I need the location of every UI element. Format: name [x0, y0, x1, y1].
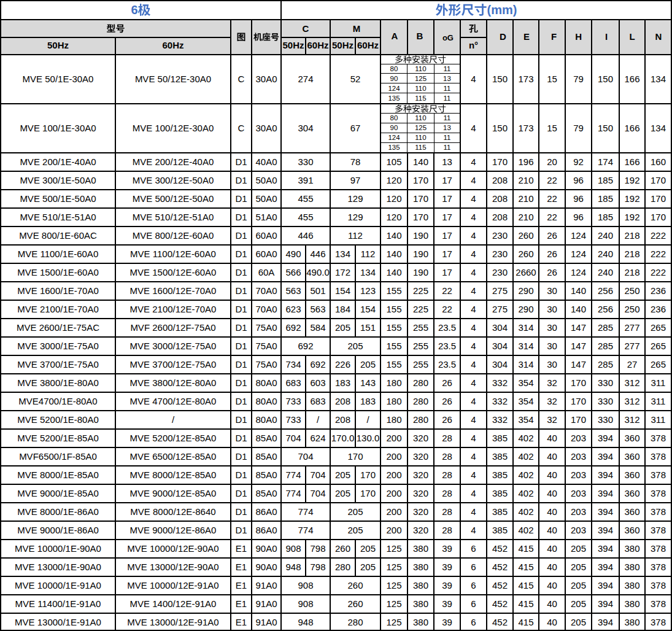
- svg-text:L: L: [629, 31, 635, 42]
- svg-text:30A0: 30A0: [255, 123, 277, 133]
- svg-text:150: 150: [598, 123, 613, 133]
- svg-text:205: 205: [347, 506, 363, 517]
- svg-text:415: 415: [518, 580, 533, 590]
- svg-text:17: 17: [442, 175, 452, 185]
- svg-text:452: 452: [492, 598, 508, 609]
- svg-text:30: 30: [547, 304, 557, 314]
- svg-text:446: 446: [310, 249, 325, 259]
- svg-text:C: C: [303, 23, 309, 34]
- svg-text:205: 205: [571, 562, 586, 572]
- svg-text:MVE 2100/1E-70A0: MVE 2100/1E-70A0: [17, 304, 99, 314]
- svg-text:60A0: 60A0: [255, 249, 277, 259]
- svg-text:D1: D1: [235, 175, 247, 185]
- svg-text:774: 774: [298, 525, 313, 535]
- svg-text:115: 115: [415, 144, 426, 151]
- svg-text:30: 30: [547, 285, 557, 296]
- svg-text:4: 4: [471, 433, 476, 443]
- svg-text:394: 394: [598, 562, 613, 572]
- svg-text:798: 798: [310, 562, 325, 572]
- svg-text:225: 225: [413, 304, 428, 314]
- svg-text:17: 17: [442, 212, 452, 222]
- svg-text:277: 277: [624, 341, 639, 351]
- svg-text:79: 79: [573, 74, 584, 84]
- svg-text:250: 250: [624, 285, 639, 296]
- svg-text:150: 150: [492, 74, 508, 84]
- svg-text:40A0: 40A0: [255, 157, 277, 167]
- svg-text:39: 39: [442, 580, 452, 590]
- svg-text:260: 260: [335, 543, 350, 554]
- svg-text:60Hz: 60Hz: [162, 40, 183, 50]
- svg-text:208: 208: [335, 414, 350, 425]
- svg-text:23.5: 23.5: [438, 341, 456, 351]
- svg-text:32: 32: [547, 414, 557, 425]
- svg-text:285: 285: [598, 359, 613, 370]
- svg-text:30: 30: [547, 359, 557, 370]
- svg-text:330: 330: [598, 396, 613, 406]
- svg-text:MVE 1500/12E-60A0: MVE 1500/12E-60A0: [130, 267, 217, 277]
- svg-text:D1: D1: [235, 157, 247, 167]
- svg-text:MVE 10000/1E-91A0: MVE 10000/1E-91A0: [15, 580, 101, 590]
- svg-text:446: 446: [298, 230, 313, 241]
- svg-text:683: 683: [310, 396, 325, 406]
- svg-text:123: 123: [360, 285, 376, 296]
- svg-text:385: 385: [492, 525, 508, 535]
- svg-text:26: 26: [442, 396, 452, 406]
- svg-text:277: 277: [624, 322, 639, 333]
- svg-text:208: 208: [492, 212, 508, 222]
- svg-text:80: 80: [390, 65, 398, 72]
- svg-text:230: 230: [492, 230, 508, 241]
- svg-text:275: 275: [492, 285, 508, 296]
- svg-text:170: 170: [651, 212, 666, 222]
- svg-text:4: 4: [471, 322, 476, 333]
- svg-text:4: 4: [471, 285, 476, 296]
- svg-text:174: 174: [598, 157, 613, 167]
- svg-text:203: 203: [571, 525, 586, 535]
- svg-text:208: 208: [492, 193, 508, 204]
- svg-text:MVE 10000/1E-90A0: MVE 10000/1E-90A0: [15, 543, 101, 554]
- svg-text:312: 312: [624, 377, 639, 388]
- svg-text:13: 13: [443, 124, 451, 131]
- svg-text:200: 200: [386, 488, 401, 498]
- svg-text:280: 280: [413, 414, 428, 425]
- svg-text:140: 140: [386, 230, 401, 241]
- svg-text:314: 314: [518, 322, 533, 333]
- svg-text:51A0: 51A0: [255, 212, 277, 222]
- svg-text:603: 603: [310, 377, 325, 388]
- svg-text:205: 205: [571, 543, 586, 554]
- svg-text:4: 4: [471, 123, 476, 133]
- svg-text:354: 354: [518, 396, 533, 406]
- svg-text:226: 226: [335, 359, 350, 370]
- svg-text:255: 255: [413, 359, 428, 370]
- svg-text:90: 90: [390, 124, 398, 131]
- svg-text:4: 4: [471, 470, 476, 480]
- svg-text:385: 385: [492, 451, 508, 462]
- svg-text:17: 17: [442, 230, 452, 241]
- svg-text:566: 566: [285, 267, 301, 277]
- svg-text:154: 154: [360, 304, 376, 314]
- svg-text:4: 4: [471, 193, 476, 204]
- svg-text:380: 380: [413, 543, 428, 554]
- svg-text:6: 6: [471, 580, 476, 590]
- svg-text:97: 97: [350, 175, 361, 185]
- svg-text:80: 80: [390, 114, 398, 122]
- svg-text:380: 380: [413, 598, 428, 609]
- svg-text:125: 125: [415, 124, 427, 131]
- svg-text:26: 26: [547, 267, 557, 277]
- svg-text:360: 360: [624, 433, 639, 443]
- svg-text:180: 180: [386, 377, 401, 388]
- svg-text:4: 4: [471, 506, 476, 517]
- svg-text:23.5: 23.5: [438, 359, 456, 370]
- svg-text:90A0: 90A0: [255, 562, 277, 572]
- svg-text:15: 15: [547, 74, 557, 84]
- svg-text:380: 380: [413, 562, 428, 572]
- svg-text:774: 774: [285, 488, 301, 498]
- svg-text:85A0: 85A0: [255, 451, 277, 462]
- svg-text:MVE 100/12E-30A0: MVE 100/12E-30A0: [133, 123, 214, 133]
- svg-text:125: 125: [386, 598, 401, 609]
- svg-text:151: 151: [360, 322, 376, 333]
- svg-text:85A0: 85A0: [255, 488, 277, 498]
- svg-text:75A0: 75A0: [255, 359, 277, 370]
- svg-text:378: 378: [651, 617, 666, 627]
- svg-text:240: 240: [598, 267, 613, 277]
- svg-text:378: 378: [651, 506, 666, 517]
